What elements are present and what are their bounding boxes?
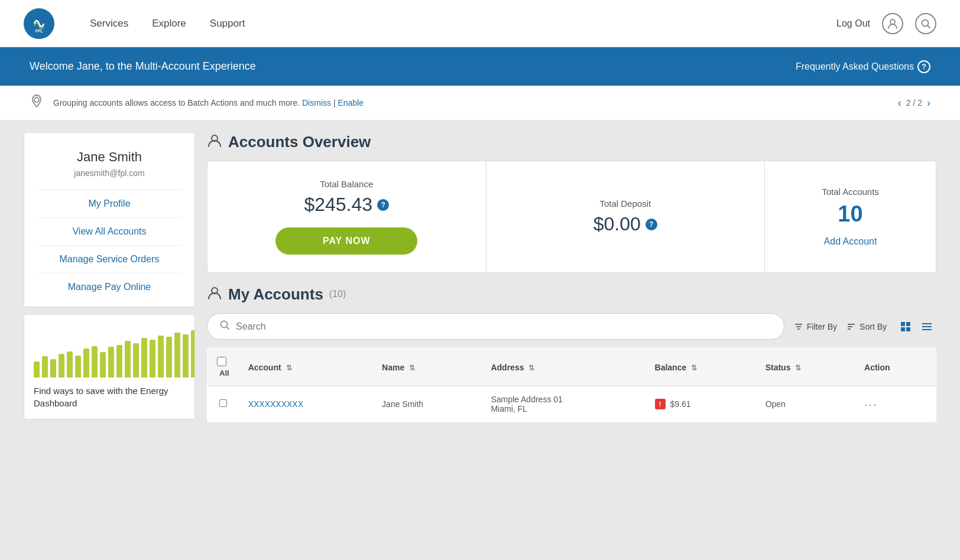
search-icon-inner xyxy=(219,320,230,333)
svg-point-8 xyxy=(221,321,228,328)
user-card: Jane Smith janesmith@fpl.com My Profile … xyxy=(24,132,195,307)
chart-bar xyxy=(166,337,172,377)
nav-support[interactable]: Support xyxy=(210,13,245,34)
filter-icon xyxy=(794,322,803,331)
chart-bar xyxy=(141,338,147,377)
enable-link[interactable]: Enable xyxy=(338,98,364,108)
col-account-label: Account xyxy=(248,363,281,372)
sidebar-item-view-all-accounts[interactable]: View All Accounts xyxy=(36,217,183,245)
select-all-checkbox[interactable] xyxy=(217,357,226,366)
col-balance: Balance ⇅ xyxy=(646,349,756,386)
accounts-count: (10) xyxy=(329,289,346,299)
my-accounts-header: My Accounts (10) xyxy=(207,285,936,304)
accounts-overview-header: Accounts Overview xyxy=(207,132,936,151)
col-balance-sort-icon[interactable]: ⇅ xyxy=(691,364,697,372)
chart-bar xyxy=(125,341,131,377)
my-accounts-section: My Accounts (10) xyxy=(207,285,936,422)
prev-arrow[interactable]: ‹ xyxy=(898,97,901,109)
overview-card: Total Balance $245.43 ? PAY NOW Total De… xyxy=(207,161,936,273)
sidebar: Jane Smith janesmith@fpl.com My Profile … xyxy=(24,132,195,422)
total-balance-help-icon[interactable]: ? xyxy=(377,199,389,211)
chart-bar xyxy=(116,345,122,377)
sort-button[interactable]: Sort By xyxy=(847,322,887,331)
dismiss-link[interactable]: Dismiss xyxy=(302,98,331,108)
faq-label: Frequently Asked Questions xyxy=(796,61,914,72)
main-area: Accounts Overview Total Balance $245.43 … xyxy=(207,132,936,422)
balance-container: ! $9.61 xyxy=(655,399,747,409)
logo-icon: FPL xyxy=(24,8,54,39)
energy-card: Find ways to save with the Energy Dashbo… xyxy=(24,314,195,419)
energy-card-title[interactable]: Find ways to save with the Energy Dashbo… xyxy=(34,385,185,409)
chart-bar xyxy=(174,333,180,377)
user-email: janesmith@fpl.com xyxy=(36,168,183,178)
svg-rect-18 xyxy=(901,327,905,331)
total-accounts-panel: Total Accounts 10 Add Account xyxy=(764,161,936,272)
balance-warning-icon: ! xyxy=(655,399,666,409)
nav-services[interactable]: Services xyxy=(90,13,128,34)
chart-bar xyxy=(133,343,139,377)
svg-text:FPL: FPL xyxy=(35,29,43,33)
svg-line-4 xyxy=(928,25,930,28)
svg-point-3 xyxy=(922,19,929,26)
col-name-label: Name xyxy=(382,363,404,372)
table-header-checkbox-col: All xyxy=(207,349,239,386)
svg-point-2 xyxy=(890,19,895,24)
col-status-sort-icon[interactable]: ⇅ xyxy=(795,364,801,372)
search-input[interactable] xyxy=(236,321,772,332)
grid-view-button[interactable] xyxy=(896,317,915,336)
row-account-cell: XXXXXXXXXX xyxy=(239,386,372,422)
pay-now-button[interactable]: PAY NOW xyxy=(275,227,417,255)
faq-link[interactable]: Frequently Asked Questions ? xyxy=(796,60,930,73)
info-text: Grouping accounts allows access to Batch… xyxy=(53,98,888,108)
col-status: Status ⇅ xyxy=(756,349,855,386)
logout-button[interactable]: Log Out xyxy=(836,18,870,29)
chart-bar xyxy=(59,354,64,377)
accounts-overview-title: Accounts Overview xyxy=(228,133,371,151)
page-indicator: 2 / 2 xyxy=(906,98,922,108)
col-balance-label: Balance xyxy=(655,363,687,372)
list-view-button[interactable] xyxy=(917,317,936,336)
account-link[interactable]: XXXXXXXXXX xyxy=(248,399,303,409)
add-account-button[interactable]: Add Account xyxy=(824,236,877,247)
col-account-sort-icon[interactable]: ⇅ xyxy=(286,364,292,372)
svg-point-5 xyxy=(34,97,39,102)
total-balance-label: Total Balance xyxy=(320,179,373,189)
info-bar: Grouping accounts allows access to Batch… xyxy=(0,86,960,121)
header-actions: Log Out xyxy=(836,13,936,34)
total-deposit-panel: Total Deposit $0.00 ? xyxy=(487,161,765,272)
sidebar-item-manage-service-orders[interactable]: Manage Service Orders xyxy=(36,245,183,273)
filter-button[interactable]: Filter By xyxy=(794,322,837,331)
pagination: ‹ 2 / 2 › xyxy=(898,97,930,109)
col-action-label: Action xyxy=(864,363,890,372)
col-address-sort-icon[interactable]: ⇅ xyxy=(528,364,534,372)
next-arrow[interactable]: › xyxy=(927,97,930,109)
all-label: All xyxy=(219,369,229,377)
sidebar-item-manage-pay-online[interactable]: Manage Pay Online xyxy=(36,273,183,301)
action-menu-button[interactable]: ··· xyxy=(864,398,878,411)
sidebar-item-my-profile[interactable]: My Profile xyxy=(36,190,183,217)
energy-chart xyxy=(34,324,185,377)
chart-bar xyxy=(108,347,114,377)
accounts-table: All Account ⇅ Name ⇅ Address ⇅ xyxy=(207,348,936,422)
user-icon[interactable] xyxy=(882,13,903,34)
total-deposit-help-icon[interactable]: ? xyxy=(646,219,657,230)
col-address: Address ⇅ xyxy=(481,349,645,386)
col-name-sort-icon[interactable]: ⇅ xyxy=(409,364,415,372)
row-name-cell: Jane Smith xyxy=(372,386,481,422)
logo[interactable]: FPL xyxy=(24,8,54,39)
main-content: Jane Smith janesmith@fpl.com My Profile … xyxy=(0,121,960,434)
chart-bar xyxy=(50,359,56,377)
user-name: Jane Smith xyxy=(36,149,183,165)
total-balance-panel: Total Balance $245.43 ? PAY NOW xyxy=(207,161,486,272)
chart-bar xyxy=(92,346,98,377)
row-checkbox[interactable] xyxy=(219,399,227,407)
chart-bar xyxy=(42,356,48,377)
toolbar-actions: Filter By Sort By xyxy=(794,317,936,336)
row-address-cell: Sample Address 01Miami, FL xyxy=(481,386,645,422)
nav-explore[interactable]: Explore xyxy=(152,13,186,34)
location-icon xyxy=(30,94,44,112)
col-address-label: Address xyxy=(491,363,524,372)
chart-bar xyxy=(150,340,155,377)
total-balance-value: $245.43 ? xyxy=(304,194,389,216)
search-icon[interactable] xyxy=(915,13,936,34)
